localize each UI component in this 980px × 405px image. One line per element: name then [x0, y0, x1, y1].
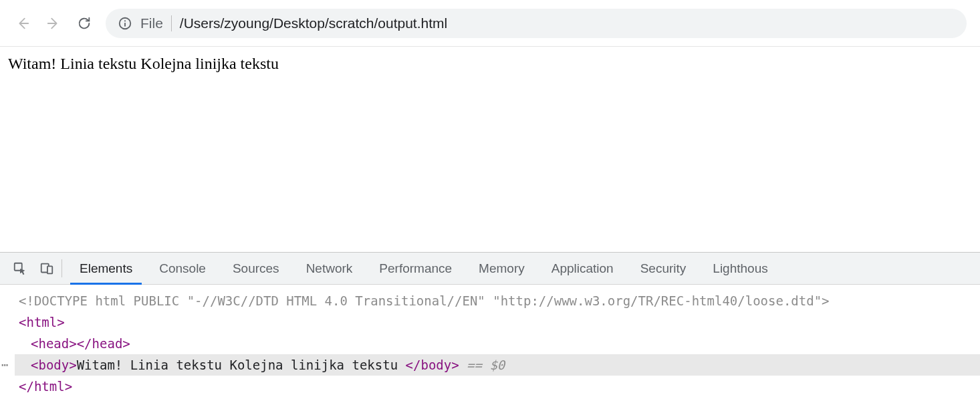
tab-label: Security [640, 261, 687, 276]
dom-head[interactable]: <head></head> [15, 333, 980, 354]
tab-label: Elements [80, 261, 132, 276]
devtools-panel: Elements Console Sources Network Perform… [0, 252, 980, 405]
tab-lighthouse[interactable]: Lighthous [699, 253, 781, 284]
expand-dots-icon[interactable]: ⋯ [1, 354, 9, 376]
tab-label: Memory [479, 261, 525, 276]
back-button[interactable] [13, 14, 32, 33]
tab-label: Lighthous [713, 261, 767, 276]
tab-application[interactable]: Application [538, 253, 627, 284]
address-divider [171, 15, 172, 31]
svg-point-1 [124, 20, 126, 21]
tab-console[interactable]: Console [146, 253, 219, 284]
tab-label: Network [306, 261, 353, 276]
page-text: Witam! Linia tekstu Kolejna linijka teks… [8, 55, 279, 72]
doctype-text: <!DOCTYPE html PUBLIC "-//W3C//DTD HTML … [19, 293, 830, 308]
url-path: /Users/zyoung/Desktop/scratch/output.htm… [180, 15, 447, 31]
elements-tree[interactable]: <!DOCTYPE html PUBLIC "-//W3C//DTD HTML … [0, 285, 980, 405]
tab-performance[interactable]: Performance [366, 253, 465, 284]
tab-label: Performance [379, 261, 452, 276]
tab-label: Application [552, 261, 614, 276]
tab-sources[interactable]: Sources [219, 253, 293, 284]
tab-label: Sources [233, 261, 279, 276]
dom-body[interactable]: ⋯ <body>Witam! Linia tekstu Kolejna lini… [15, 354, 980, 376]
arrow-right-icon [46, 16, 61, 31]
tab-security[interactable]: Security [627, 253, 700, 284]
dom-html-open[interactable]: <html> [15, 311, 980, 333]
svg-rect-5 [47, 266, 52, 273]
dom-html-close[interactable]: </html> [15, 376, 980, 397]
device-icon [39, 261, 54, 276]
selected-node-indicator: == $0 [459, 358, 505, 372]
device-toolbar-button[interactable] [33, 253, 60, 284]
dom-doctype[interactable]: <!DOCTYPE html PUBLIC "-//W3C//DTD HTML … [15, 290, 980, 311]
reload-icon [77, 16, 92, 31]
devtools-tab-divider [62, 259, 62, 277]
browser-toolbar: File /Users/zyoung/Desktop/scratch/outpu… [0, 0, 980, 47]
url-scheme: File [140, 15, 163, 31]
address-bar[interactable]: File /Users/zyoung/Desktop/scratch/outpu… [106, 9, 967, 38]
forward-button[interactable] [44, 14, 63, 33]
body-text-node: Witam! Linia tekstu Kolejna linijka teks… [77, 358, 406, 372]
tab-network[interactable]: Network [293, 253, 366, 284]
tab-memory[interactable]: Memory [465, 253, 538, 284]
tab-label: Console [159, 261, 206, 276]
devtools-tabbar: Elements Console Sources Network Perform… [0, 253, 980, 285]
inspect-element-button[interactable] [7, 253, 33, 284]
reload-button[interactable] [75, 14, 94, 33]
info-icon[interactable] [118, 16, 132, 31]
page-body: Witam! Linia tekstu Kolejna linijka teks… [0, 47, 980, 252]
tab-elements[interactable]: Elements [66, 253, 146, 284]
arrow-left-icon [15, 16, 30, 31]
svg-rect-2 [124, 23, 126, 27]
inspect-icon [13, 261, 27, 276]
